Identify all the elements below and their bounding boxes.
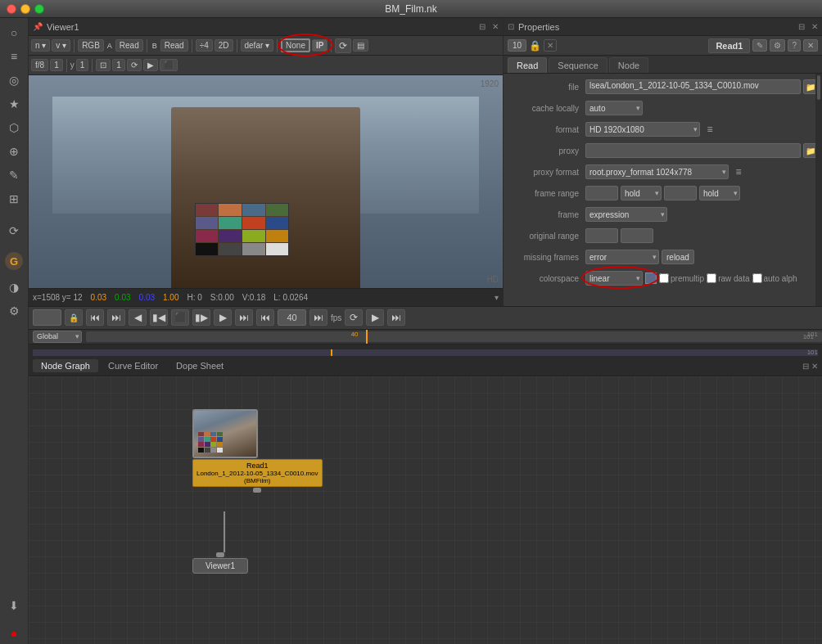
viewer-canvas[interactable]: 1920 HD	[29, 75, 503, 288]
step-back-btn[interactable]: ◀	[129, 309, 147, 326]
input-v-dropdown[interactable]: v ▾	[52, 39, 70, 52]
prop-lock-icon[interactable]: 🔒	[529, 40, 541, 52]
sidebar-icon-star[interactable]: ★	[3, 93, 25, 115]
play-icon[interactable]: ▶	[143, 59, 158, 71]
prop-settings-icon[interactable]: ⚙	[770, 39, 785, 52]
sidebar-icon-hex[interactable]: ⬡	[3, 117, 25, 138]
viewer-close-icon[interactable]: ✕	[492, 22, 499, 31]
loop-btn[interactable]: ⟳	[345, 309, 363, 326]
none-dropdown[interactable]: None	[281, 38, 310, 52]
raw-data-checkbox-label[interactable]: raw data	[707, 273, 749, 283]
viewer1-node[interactable]: Viewer1	[192, 552, 248, 574]
fps-input[interactable]	[278, 309, 306, 326]
sidebar-icon-g[interactable]: G	[5, 252, 23, 270]
frame-number-input[interactable]: 40	[33, 309, 61, 326]
goto-start-btn[interactable]: ⏮	[86, 309, 104, 326]
fstop-dropdown[interactable]: f/8	[31, 59, 48, 71]
bounce-btn[interactable]: ⏭	[309, 309, 327, 326]
playhead[interactable]	[366, 330, 368, 344]
frame-value[interactable]: 1	[112, 59, 125, 71]
frame-range-end-input[interactable]: 101	[664, 186, 697, 200]
sidebar-icon-gear[interactable]: ⚙	[3, 300, 25, 322]
ip-button[interactable]: IP	[312, 39, 327, 52]
format-menu-btn[interactable]: ≡	[702, 122, 717, 137]
auto-alph-checkbox-label[interactable]: auto alph	[752, 273, 797, 283]
read-mode-dropdown[interactable]: Read	[115, 39, 143, 52]
tab-read[interactable]: Read	[508, 57, 547, 73]
sidebar-icon-grid[interactable]: ⊞	[3, 188, 25, 209]
missing-frames-select[interactable]: error	[585, 250, 659, 264]
color-mode-dropdown[interactable]: RGB	[78, 39, 104, 52]
status-expand-icon[interactable]: ▾	[495, 293, 499, 302]
cache-locally-select[interactable]: auto	[585, 101, 643, 115]
play-forward-btn[interactable]: ▶	[214, 309, 232, 326]
prev-key-btn[interactable]: ⏭	[107, 309, 125, 326]
prop-scrollbar-thumb[interactable]	[817, 75, 820, 100]
prop-edit-icon[interactable]: ✎	[752, 39, 767, 52]
colorspace-color-swatch[interactable]	[645, 272, 657, 284]
hold2-select[interactable]: hold	[699, 186, 740, 200]
tab-dope-sheet[interactable]: Dope Sheet	[168, 359, 232, 372]
exposure-input[interactable]: 1	[50, 59, 63, 71]
proxy-format-select[interactable]: root.proxy_format 1024x778	[585, 164, 729, 179]
timeline-track[interactable]: 40 101	[86, 330, 822, 344]
node-graph-area[interactable]: Read1 London_1_2012-10-05_1334_C0010.mov…	[29, 376, 822, 645]
next-key-btn[interactable]: ⏭	[235, 309, 253, 326]
lock-btn[interactable]: 🔒	[65, 309, 83, 326]
raw-data-checkbox[interactable]	[707, 273, 716, 283]
playhead2[interactable]	[331, 349, 332, 356]
sidebar-icon-view[interactable]: ○	[3, 22, 25, 43]
node-output-connector[interactable]	[253, 488, 261, 493]
projection-dropdown[interactable]: 2D	[215, 39, 233, 52]
input-n-dropdown[interactable]: n ▾	[31, 39, 50, 52]
stop-btn[interactable]: ⬛	[171, 309, 189, 326]
format-select[interactable]: HD 1920x1080	[585, 122, 700, 137]
prop-close-btn[interactable]: ✕	[803, 39, 818, 52]
sidebar-icon-warning[interactable]: ●	[3, 623, 25, 644]
prop-collapse-icon[interactable]: ⊟	[798, 22, 805, 31]
defar-dropdown[interactable]: defar ▾	[241, 39, 274, 52]
toolbar-icon2[interactable]: ▤	[353, 39, 368, 52]
toolbar-icon1[interactable]: ⟳	[335, 38, 351, 53]
timeline-track-bg[interactable]	[33, 349, 818, 356]
viewer-collapse-icon[interactable]: ⊟	[479, 22, 486, 31]
proxy-format-menu-btn[interactable]: ≡	[731, 164, 746, 179]
prev-frame-btn[interactable]: ▮◀	[150, 309, 168, 326]
colorspace-select[interactable]: linear	[585, 271, 643, 286]
tab-node[interactable]: Node	[609, 57, 648, 73]
file-path-input[interactable]: lsea/London_1_2012-10-05_1334_C0010.mov	[585, 79, 801, 94]
tab-sequence[interactable]: Sequence	[549, 57, 607, 73]
sidebar-icon-refresh[interactable]: ⟳	[3, 220, 25, 241]
original-range-start-input[interactable]: 1	[585, 228, 618, 243]
sidebar-icon-edit[interactable]: ✎	[3, 164, 25, 186]
frame-expression-select[interactable]: expression	[585, 207, 667, 222]
sidebar-icon-plus[interactable]: ⊕	[3, 141, 25, 162]
prop-close-icon[interactable]: ✕	[811, 22, 818, 31]
next-frame-btn[interactable]: ▮▶	[192, 309, 210, 326]
hold1-select[interactable]: hold	[621, 186, 662, 200]
sidebar-icon-circle[interactable]: ◑	[3, 277, 25, 298]
scope-select[interactable]: Global	[33, 331, 82, 343]
maximize-button[interactable]	[34, 4, 44, 14]
premultip-checkbox-label[interactable]: premultip	[659, 273, 704, 283]
roi-icon[interactable]: ⊡	[96, 59, 111, 71]
y-value-input[interactable]: 1	[76, 59, 89, 71]
tab-curve-editor[interactable]: Curve Editor	[100, 359, 166, 372]
frame-range-start-input[interactable]: 1	[585, 186, 618, 200]
reload-button[interactable]: reload	[662, 250, 694, 264]
audio-btn[interactable]: ▶	[366, 309, 384, 326]
tab-node-graph[interactable]: Node Graph	[33, 359, 98, 372]
auto-alph-checkbox[interactable]	[752, 273, 762, 283]
read1-node[interactable]: Read1 London_1_2012-10-05_1334_C0010.mov…	[192, 409, 323, 493]
goto-end-btn[interactable]: ⏮	[256, 309, 274, 326]
proxy-path-input[interactable]	[585, 143, 801, 158]
stop-icon[interactable]: ⬛	[160, 59, 178, 71]
panel-close-icon[interactable]: ✕	[811, 362, 818, 371]
record-btn[interactable]: ⏭	[387, 309, 405, 326]
panel-collapse-icon[interactable]: ⊟	[802, 362, 809, 371]
minimize-button[interactable]	[20, 4, 30, 14]
viewer1-input-connector[interactable]	[216, 552, 224, 557]
prop-close-x-icon[interactable]: ✕	[544, 39, 557, 52]
close-button[interactable]	[7, 4, 16, 14]
prop-help-icon[interactable]: ?	[788, 39, 801, 52]
